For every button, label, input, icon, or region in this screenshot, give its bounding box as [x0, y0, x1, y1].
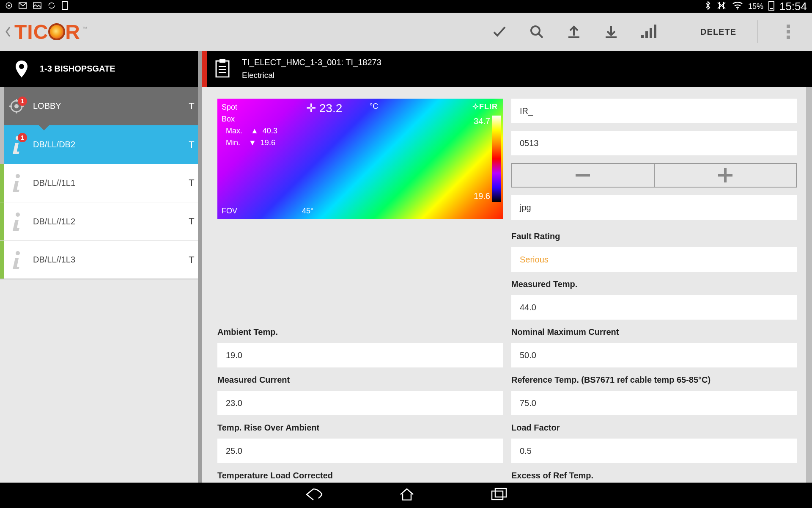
measured-current-input[interactable]: 23.0: [217, 391, 503, 415]
measured-current-label: Measured Current: [217, 375, 503, 385]
svg-point-19: [14, 104, 19, 108]
sidebar-item-1l1[interactable]: DB/LL//1L1 T: [0, 164, 202, 202]
badge: 1: [18, 97, 27, 106]
sidebar-item-label: DB/LL//1L1: [33, 178, 181, 188]
rise-over-ambient-input[interactable]: 25.0: [217, 439, 503, 463]
delete-button[interactable]: DELETE: [700, 27, 736, 37]
svg-rect-29: [492, 491, 503, 500]
load-factor-label: Load Factor: [511, 423, 797, 433]
nav-back-icon[interactable]: [304, 487, 323, 503]
logo-text-b: R: [65, 20, 80, 44]
info-italic-icon: [10, 174, 23, 192]
nav-home-icon[interactable]: [399, 487, 415, 503]
upload-icon[interactable]: [565, 22, 583, 41]
android-nav-bar: [0, 483, 812, 508]
vibrate-icon: [716, 1, 727, 12]
battery-icon: [768, 0, 774, 13]
svg-rect-8: [770, 8, 773, 9]
svg-rect-14: [787, 25, 790, 28]
form-content[interactable]: Spot Box Max. ▲ 40.3 Min. ▼ 19.6 ✛ 23.2 …: [202, 87, 812, 483]
fault-rating-select[interactable]: Serious: [511, 247, 797, 272]
svg-rect-25: [219, 59, 225, 63]
badge: 1: [18, 133, 27, 142]
main-scroll-track[interactable]: [806, 87, 812, 483]
temp-load-corr-label: Temperature Load Corrected: [217, 471, 503, 480]
doc-title: TI_ELECT_HMC_1-3_001: TI_18273: [242, 58, 381, 67]
reference-temp-input[interactable]: 75.0: [511, 391, 797, 415]
logo-circle-icon: [48, 23, 65, 40]
clock: 15:54: [779, 0, 807, 13]
clipboard-icon: [215, 59, 230, 79]
svg-point-9: [531, 26, 540, 35]
load-factor-input[interactable]: 0.5: [511, 439, 797, 463]
bluetooth-icon: [705, 1, 711, 12]
mail-icon: [19, 2, 27, 11]
svg-point-22: [16, 213, 20, 217]
svg-rect-13: [654, 25, 656, 38]
sidebar: 1-3 BISHOPSGATE 1 LOBBY T 1 DB/LL/DB2 T: [0, 51, 202, 483]
svg-rect-28: [718, 174, 732, 177]
search-icon[interactable]: [527, 22, 546, 41]
document-header: TI_ELECT_HMC_1-3_001: TI_18273 Electrica…: [202, 51, 812, 87]
fault-rating-label: Fault Rating: [511, 232, 797, 241]
sidebar-item-label: DB/LL/DB2: [33, 140, 181, 149]
sidebar-item-lobby[interactable]: 1 LOBBY T: [0, 87, 202, 125]
doc-subtitle: Electrical: [242, 71, 381, 80]
image-icon: [33, 2, 41, 11]
svg-rect-11: [645, 31, 648, 38]
sidebar-scroll-track: [198, 51, 202, 483]
app-logo[interactable]: TIC R ™: [14, 20, 87, 44]
sync-icon: [47, 1, 56, 12]
thermal-image[interactable]: Spot Box Max. ▲ 40.3 Min. ▼ 19.6 ✛ 23.2 …: [217, 99, 503, 219]
stepper-minus-button[interactable]: [511, 163, 654, 188]
back-chevron-icon[interactable]: [4, 21, 12, 42]
nav-recent-icon[interactable]: [491, 488, 508, 503]
measured-temp-label: Measured Temp.: [511, 279, 797, 289]
measured-temp-input[interactable]: 44.0: [511, 295, 797, 320]
ir-prefix-input[interactable]: IR_: [511, 99, 797, 123]
excess-ref-temp-label: Excess of Ref Temp.: [511, 471, 797, 480]
location-header[interactable]: 1-3 BISHOPSGATE: [0, 51, 202, 87]
sidebar-item-label: DB/LL//1L2: [33, 217, 181, 226]
svg-rect-4: [62, 2, 67, 9]
stepper-plus-button[interactable]: [654, 163, 797, 188]
nominal-max-current-input[interactable]: 50.0: [511, 343, 797, 367]
svg-point-17: [19, 64, 24, 69]
stepper: [511, 163, 797, 188]
device-icon: [62, 1, 68, 12]
ambient-temp-label: Ambient Temp.: [217, 327, 503, 337]
overflow-menu-icon[interactable]: [779, 22, 798, 41]
main-panel: TI_ELECT_HMC_1-3_001: TI_18273 Electrica…: [202, 51, 812, 483]
download-icon[interactable]: [602, 22, 620, 41]
logo-text-a: TIC: [14, 20, 48, 44]
sidebar-item-1l2[interactable]: DB/LL//1L2 T: [0, 202, 202, 241]
reference-temp-label: Reference Temp. (BS7671 ref cable temp 6…: [511, 375, 797, 385]
sidebar-item-label: DB/LL//1L3: [33, 255, 181, 265]
battery-pct: 15%: [748, 2, 763, 11]
rise-over-ambient-label: Temp. Rise Over Ambient: [217, 423, 503, 433]
signal-bars-icon[interactable]: [639, 22, 658, 41]
separator: [757, 20, 758, 43]
ambient-temp-input[interactable]: 19.0: [217, 343, 503, 367]
info-italic-icon: [10, 212, 23, 231]
svg-point-23: [16, 251, 20, 255]
ir-number-input[interactable]: 0513: [511, 131, 797, 155]
ext-input[interactable]: jpg: [511, 195, 797, 220]
location-name: 1-3 BISHOPSGATE: [40, 64, 115, 74]
android-status-bar: 15% 15:54: [0, 0, 812, 13]
svg-rect-30: [495, 489, 506, 497]
separator: [679, 20, 679, 43]
svg-point-21: [16, 174, 20, 178]
confirm-check-icon[interactable]: [490, 22, 509, 41]
nominal-max-current-label: Nominal Maximum Current: [511, 327, 797, 337]
svg-rect-7: [771, 1, 772, 2]
info-italic-icon: [10, 251, 23, 269]
wifi-icon: [732, 1, 743, 12]
svg-rect-10: [641, 35, 644, 38]
sidebar-item-label: LOBBY: [33, 101, 181, 111]
location-pin-icon: [10, 61, 33, 77]
svg-rect-15: [787, 30, 790, 33]
svg-rect-26: [576, 174, 590, 177]
sidebar-item-1l3[interactable]: DB/LL//1L3 T: [0, 241, 202, 279]
sidebar-item-db2[interactable]: 1 DB/LL/DB2 T: [0, 125, 202, 164]
